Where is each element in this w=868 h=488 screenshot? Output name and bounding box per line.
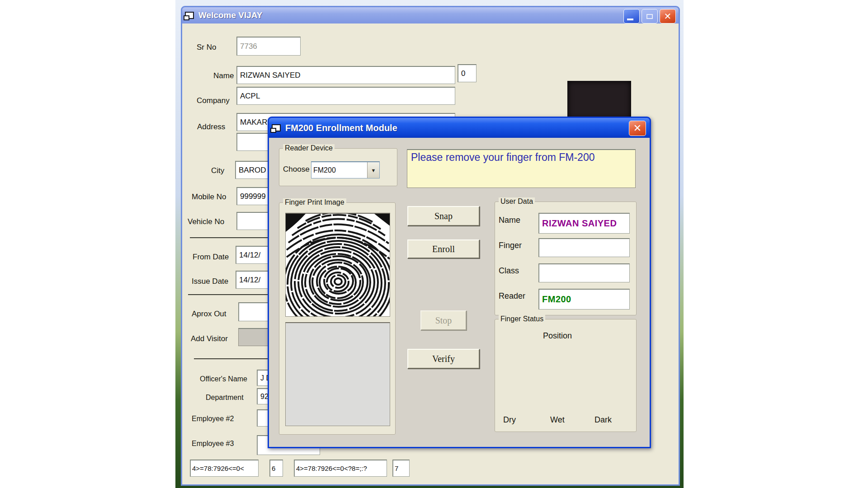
enrollment-window: FM200 Enrollment Module ✕ Reader Device …	[268, 117, 651, 448]
user-name-field[interactable]: RIZWAN SAIYED	[538, 213, 630, 234]
enrollment-window-title: FM200 Enrollment Module	[285, 123, 397, 133]
enrollment-titlebar[interactable]: FM200 Enrollment Module ✕	[269, 118, 650, 138]
verify-button[interactable]: Verify	[407, 349, 480, 369]
city-label: City	[211, 166, 224, 175]
employee-2-label: Employee #2	[192, 415, 234, 423]
user-reader-label: Reader	[499, 291, 525, 301]
status-code-field-1[interactable]: 4>=78:7926<=0<	[190, 460, 259, 477]
add-visitor-label: Add Visitor	[191, 334, 228, 343]
issue-date-label: Issue Date	[192, 277, 228, 286]
maximize-icon[interactable]	[642, 9, 658, 23]
position-label: Position	[543, 331, 572, 341]
dry-label: Dry	[503, 415, 516, 425]
reader-select[interactable]: FM200 ▼	[311, 161, 380, 178]
status-code-field-2[interactable]: 4>=78:7926<=0<?8=;:?	[294, 460, 387, 477]
officers-name-label: Officer's Name	[200, 375, 247, 383]
reader-select-value: FM200	[311, 166, 367, 174]
user-class-field[interactable]	[538, 263, 630, 282]
name-field[interactable]: RIZWAN SAIYED	[236, 66, 455, 84]
close-icon[interactable]: ✕	[660, 9, 676, 23]
enroll-button[interactable]: Enroll	[407, 239, 480, 258]
from-date-label: From Date	[193, 253, 229, 262]
welcome-titlebar[interactable]: Welcome VIJAY ✕	[182, 7, 679, 23]
user-class-label: Class	[499, 266, 519, 276]
stop-button[interactable]: Stop	[420, 310, 467, 330]
company-label: Company	[197, 96, 230, 105]
user-finger-field[interactable]	[538, 238, 630, 257]
status-message-panel: Please remove your finger from FM-200	[407, 149, 636, 188]
name-flag-field[interactable]: 0	[458, 64, 476, 82]
reader-device-group: Reader Device Choose FM200 ▼	[279, 148, 397, 186]
screen: Welcome VIJAY ✕ Sr No 7736 Name RIZWAN S…	[0, 0, 868, 488]
choose-label: Choose	[283, 165, 310, 174]
sr-no-label: Sr No	[197, 43, 216, 52]
aprox-out-label: Aprox Out	[192, 310, 226, 319]
form-icon	[185, 12, 194, 19]
chevron-down-icon[interactable]: ▼	[367, 162, 379, 178]
visitor-photo	[567, 81, 631, 121]
address-label: Address	[197, 122, 225, 131]
department-label: Department	[206, 394, 244, 402]
fingerprint-svg	[286, 214, 390, 317]
fingerprint-image	[285, 213, 390, 317]
finger-status-group: Finger Status Position Dry Wet Dark	[495, 319, 637, 432]
status-count-field-1[interactable]: 6	[269, 460, 283, 477]
fingerprint-group: Finger Print Image	[279, 202, 396, 435]
fingerprint-group-label: Finger Print Image	[283, 198, 346, 206]
user-finger-label: Finger	[499, 241, 522, 250]
welcome-window-title: Welcome VIJAY	[198, 10, 263, 20]
company-field[interactable]: ACPL	[236, 87, 455, 105]
status-count-field-2[interactable]: 7	[392, 460, 410, 477]
form-icon	[272, 124, 281, 131]
fingerprint-preview-empty	[285, 322, 390, 426]
wet-label: Wet	[550, 415, 565, 425]
close-icon[interactable]: ✕	[629, 121, 646, 136]
employee-3-label: Employee #3	[192, 440, 234, 448]
vehicle-no-label: Vehicle No	[188, 217, 224, 226]
user-name-label: Name	[499, 216, 520, 225]
dark-label: Dark	[594, 415, 612, 425]
reader-device-group-label: Reader Device	[283, 144, 335, 152]
user-data-group: User Data Name RIZWAN SAIYED Finger Clas…	[495, 202, 637, 315]
user-data-group-label: User Data	[499, 197, 535, 206]
sr-no-field[interactable]: 7736	[236, 37, 301, 56]
minimize-icon[interactable]	[623, 9, 640, 23]
mobile-no-label: Mobile No	[192, 192, 226, 202]
user-reader-field[interactable]: FM200	[538, 289, 630, 310]
enrollment-client-area: Reader Device Choose FM200 ▼ Please remo…	[269, 138, 650, 447]
snap-button[interactable]: Snap	[407, 206, 480, 226]
finger-status-group-label: Finger Status	[499, 315, 545, 323]
name-label: Name	[213, 71, 234, 80]
